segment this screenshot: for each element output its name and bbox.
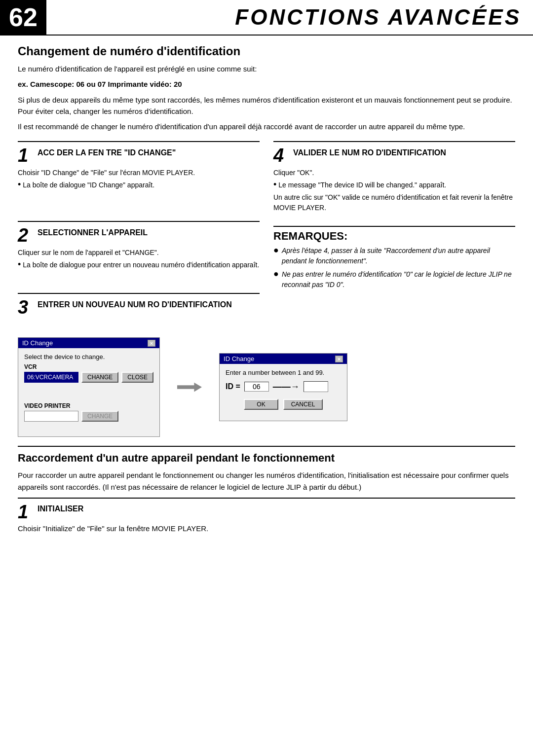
- section2-para1: Pour raccorder un autre appareil pendant…: [18, 469, 515, 493]
- step-4-body-line1: Cliquer "OK".: [273, 168, 515, 178]
- step-4-number: 4: [273, 146, 289, 165]
- dialog2-id-row: ID = ——→: [226, 381, 341, 392]
- step-4-bullet1: • Le message "The device ID will be chan…: [273, 180, 515, 190]
- dialog2-titlebar: ID Change ×: [220, 354, 347, 364]
- dialog1-vcr-label: VCR: [24, 363, 153, 370]
- dialog1-title: ID Change: [22, 339, 53, 347]
- step-1-header: 1 ACC DER LA FEN TRE "ID CHANGE": [18, 146, 260, 165]
- dialog2-arrow: ——→: [273, 382, 300, 392]
- bottom-step-header: 1 INITIALISER: [18, 503, 515, 521]
- section1-para2: Si plus de deux appareils du même type s…: [18, 94, 515, 117]
- step-4: 4 VALIDER LE NUM RO D'IDENTIFICATION Cli…: [273, 141, 515, 220]
- section1-para3: Il est recommandé de changer le numéro d…: [18, 121, 515, 132]
- page-title-box: FONCTIONS AVANCÉES: [46, 0, 533, 35]
- page-number: 62: [0, 0, 46, 35]
- steps-grid: 1 ACC DER LA FEN TRE "ID CHANGE" Choisir…: [18, 141, 515, 325]
- dialog2-title: ID Change: [224, 355, 254, 362]
- remarques-item-1: ● Après l'étape 4, passer à la suite "Ra…: [273, 246, 515, 266]
- section1-title: Changement de numéro d'identification: [18, 44, 515, 58]
- dialog1-titlebar: ID Change ×: [18, 338, 159, 348]
- dialog2-result-input[interactable]: [304, 381, 328, 392]
- step-2-body: Cliquer sur le nom de l'appareil et "CHA…: [18, 248, 260, 270]
- step-2-body-line1: Cliquer sur le nom de l'appareil et "CHA…: [18, 248, 260, 258]
- dialog2-id-label: ID =: [226, 382, 240, 391]
- dialog1-vcr-row: 06:VCRCAMERA CHANGE CLOSE: [24, 372, 153, 383]
- arrow-icon: [177, 380, 202, 395]
- arrow-container: [175, 380, 204, 395]
- dialog2-id-input[interactable]: [244, 382, 269, 392]
- step-3-number: 3: [18, 298, 34, 317]
- step-2-header: 2 SELECTIONNER L'APPAREIL: [18, 226, 260, 245]
- page-title: FONCTIONS AVANCÉES: [235, 5, 521, 30]
- step-1-bullet1: • La boîte de dialogue "ID Change" appar…: [18, 180, 260, 190]
- dialog2-close-icon[interactable]: ×: [335, 356, 343, 362]
- step-1-number: 1: [18, 146, 34, 165]
- dialog2-cancel-button[interactable]: CANCEL: [283, 399, 323, 410]
- dialog2-body: Enter a number between 1 and 99. ID = ——…: [220, 364, 347, 421]
- bottom-step-number: 1: [18, 503, 34, 521]
- dialog1-change-button[interactable]: CHANGE: [81, 372, 118, 383]
- page-header: 62 FONCTIONS AVANCÉES: [0, 0, 533, 36]
- step-1-body: Choisir "ID Change" de "File" sur l'écra…: [18, 168, 260, 190]
- bottom-step: 1 INITIALISER Choisir "Initialize" de "F…: [18, 498, 515, 539]
- step-4-title: VALIDER LE NUM RO D'IDENTIFICATION: [293, 146, 446, 157]
- dialogs-area: ID Change × Select the device to change.…: [18, 337, 515, 437]
- step-3: 3 ENTRER UN NOUVEAU NUM RO D'IDENTIFICAT…: [18, 293, 260, 324]
- dialog2-btn-row: OK CANCEL: [226, 399, 341, 410]
- remarques-box: REMARQUES: ● Après l'étape 4, passer à l…: [273, 226, 515, 293]
- section2-title: Raccordement d'un autre appareil pendant…: [18, 452, 515, 465]
- dialog1-printer-row: CHANGE: [24, 411, 153, 422]
- step-2: 2 SELECTIONNER L'APPAREIL Cliquer sur le…: [18, 221, 260, 292]
- dialog1-label: Select the device to change.: [24, 353, 153, 360]
- section1-bold-line: ex. Camescope: 06 ou 07 Imprimante vidéo…: [18, 78, 515, 90]
- step-4-header: 4 VALIDER LE NUM RO D'IDENTIFICATION: [273, 146, 515, 165]
- step-1-title: ACC DER LA FEN TRE "ID CHANGE": [38, 146, 176, 157]
- bottom-step-body-text: Choisir "Initialize" de "File" sur la fe…: [18, 523, 515, 535]
- dialog1-vcr-empty-space: [24, 386, 153, 399]
- dialog1-vcr-item[interactable]: 06:VCRCAMERA: [24, 372, 78, 383]
- step-2-title: SELECTIONNER L'APPAREIL: [38, 226, 148, 237]
- bottom-step-body: Choisir "Initialize" de "File" sur la fe…: [18, 523, 515, 535]
- step-4-extra: Un autre clic sur "OK" valide ce numéro …: [273, 192, 515, 213]
- step-1-body-line1: Choisir "ID Change" de "File" sur l'écra…: [18, 168, 260, 178]
- dialog1: ID Change × Select the device to change.…: [18, 337, 160, 437]
- dialog1-change-button2[interactable]: CHANGE: [81, 411, 118, 422]
- dialog1-close-button[interactable]: CLOSE: [121, 372, 153, 383]
- bottom-step-title: INITIALISER: [38, 503, 83, 513]
- dialog2-label: Enter a number between 1 and 99.: [226, 369, 341, 376]
- main-content: Changement de numéro d'identification Le…: [0, 44, 533, 538]
- dialog1-body: Select the device to change. VCR 06:VCRC…: [18, 348, 159, 436]
- dialog2-ok-button[interactable]: OK: [244, 399, 278, 410]
- step-2-number: 2: [18, 226, 34, 245]
- dialog1-close-icon[interactable]: ×: [148, 340, 155, 347]
- svg-marker-0: [177, 383, 202, 392]
- step-1: 1 ACC DER LA FEN TRE "ID CHANGE" Choisir…: [18, 141, 260, 220]
- section-divider: [18, 446, 515, 447]
- step-4-body: Cliquer "OK". • Le message "The device I…: [273, 168, 515, 213]
- remarques-title: REMARQUES:: [273, 226, 515, 243]
- step-3-header: 3 ENTRER UN NOUVEAU NUM RO D'IDENTIFICAT…: [18, 298, 260, 317]
- remarques-item-2: ● Ne pas entrer le numéro d'identificati…: [273, 269, 515, 290]
- dialog1-video-printer-label: VIDEO PRINTER: [24, 402, 153, 409]
- section1-para1: Le numéro d'identification de l'appareil…: [18, 63, 515, 74]
- dialog1-printer-listbox[interactable]: [24, 411, 78, 422]
- step-3-title: ENTRER UN NOUVEAU NUM RO D'IDENTIFICATIO…: [38, 298, 232, 309]
- dialog2: ID Change × Enter a number between 1 and…: [219, 353, 347, 421]
- step-2-bullet1: • La boîte de dialogue pour entrer un no…: [18, 260, 260, 270]
